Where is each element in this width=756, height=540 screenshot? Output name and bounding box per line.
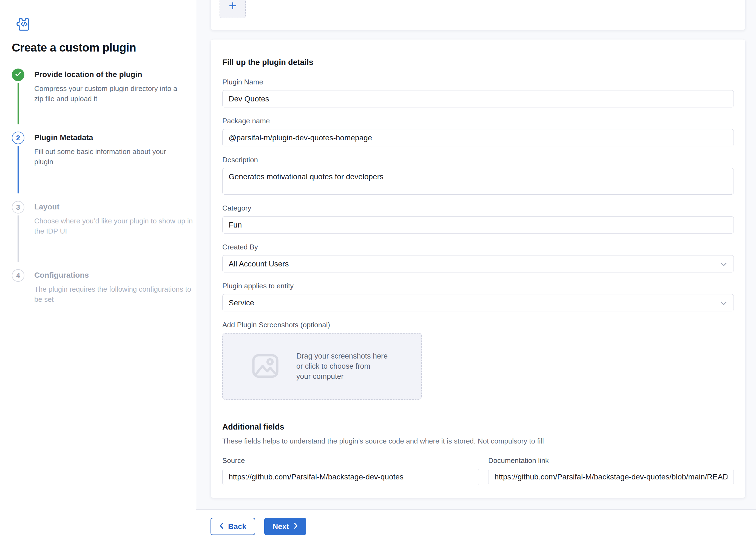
wizard-sidebar: Create a custom plugin Provide location … <box>0 0 196 540</box>
chevron-down-icon <box>720 260 727 268</box>
step-4-description: The plugin requires the following config… <box>34 284 196 305</box>
description-textarea[interactable]: Generates motivational quotes for develo… <box>222 168 734 195</box>
chevron-left-icon <box>219 522 224 531</box>
step-2-title: Plugin Metadata <box>34 133 184 142</box>
category-label: Category <box>222 204 734 212</box>
step-3-title: Layout <box>34 202 194 211</box>
step-connector <box>18 146 19 194</box>
image-placeholder-icon <box>250 351 280 382</box>
description-label: Description <box>222 156 734 164</box>
field-screenshots: Add Plugin Screenshots (optional) Drag y… <box>222 321 734 400</box>
plugin-details-card: Fill up the plugin details Plugin Name P… <box>210 39 746 498</box>
documentation-link-input[interactable] <box>488 469 734 485</box>
step-1-title: Provide location of the plugin <box>34 70 187 79</box>
next-button-label: Next <box>273 522 289 531</box>
screenshots-label: Add Plugin Screenshots (optional) <box>222 321 734 329</box>
documentation-link-label: Documentation link <box>488 457 734 465</box>
screenshots-dropzone[interactable]: Drag your screenshots here or click to c… <box>222 333 422 400</box>
field-description: Description Generates motivational quote… <box>222 156 734 195</box>
applies-to-value: Service <box>229 299 254 307</box>
created-by-select[interactable]: All Account Users <box>222 255 734 272</box>
back-button[interactable]: Back <box>210 518 255 535</box>
applies-to-select[interactable]: Service <box>222 294 734 311</box>
plus-icon <box>228 1 237 11</box>
step-3-number: 3 <box>16 203 20 211</box>
form-heading: Fill up the plugin details <box>222 58 734 67</box>
step-2-indicator[interactable]: 2 <box>12 132 24 144</box>
wizard-footer: Back Next <box>196 509 756 540</box>
chevron-down-icon <box>720 299 727 307</box>
step-1-description: Compress your custom plugin directory in… <box>34 83 187 104</box>
section-divider <box>222 410 734 410</box>
created-by-value: All Account Users <box>229 260 289 268</box>
applies-to-label: Plugin applies to entity <box>222 282 734 290</box>
add-screenshot-tile[interactable] <box>219 0 246 18</box>
additional-fields-heading: Additional fields <box>222 422 734 432</box>
field-created-by: Created By All Account Users <box>222 243 734 272</box>
step-4[interactable]: Configurations The plugin requires the f… <box>34 271 196 305</box>
additional-fields-row: Source Documentation link <box>222 457 734 485</box>
upload-card <box>210 0 746 30</box>
main-content: Fill up the plugin details Plugin Name P… <box>196 0 756 509</box>
step-3-description: Choose where you’d like your plugin to s… <box>34 216 194 236</box>
step-4-title: Configurations <box>34 271 196 280</box>
step-connector <box>18 215 19 262</box>
additional-fields-helper: These fields helps to understand the plu… <box>222 437 734 446</box>
package-name-label: Package name <box>222 117 734 125</box>
created-by-label: Created By <box>222 243 734 251</box>
step-1-indicator[interactable] <box>12 68 24 81</box>
field-applies-to: Plugin applies to entity Service <box>222 282 734 311</box>
plugin-name-label: Plugin Name <box>222 78 734 86</box>
chevron-right-icon <box>294 522 298 531</box>
field-package-name: Package name <box>222 117 734 146</box>
page-title: Create a custom plugin <box>12 41 136 54</box>
step-3-indicator[interactable]: 3 <box>12 201 24 213</box>
field-category: Category <box>222 204 734 233</box>
package-name-input[interactable] <box>222 129 734 146</box>
step-2-number: 2 <box>16 134 20 142</box>
field-plugin-name: Plugin Name <box>222 78 734 107</box>
step-connector <box>18 83 19 124</box>
plugin-name-input[interactable] <box>222 90 734 107</box>
next-button[interactable]: Next <box>264 518 306 535</box>
step-4-indicator[interactable]: 4 <box>12 269 24 282</box>
source-input[interactable] <box>222 469 479 485</box>
step-2-description: Fill out some basic information about yo… <box>34 147 184 167</box>
field-source: Source <box>222 457 479 485</box>
field-documentation-link: Documentation link <box>488 457 734 485</box>
back-button-label: Back <box>228 522 246 531</box>
step-4-number: 4 <box>16 271 20 280</box>
category-input[interactable] <box>222 216 734 233</box>
step-1[interactable]: Provide location of the plugin Compress … <box>34 70 187 104</box>
source-label: Source <box>222 457 479 465</box>
check-icon <box>15 70 22 79</box>
dropzone-text: Drag your screenshots here or click to c… <box>296 351 388 382</box>
custom-plugin-icon <box>16 16 31 33</box>
step-3[interactable]: Layout Choose where you’d like your plug… <box>34 202 194 236</box>
step-2[interactable]: Plugin Metadata Fill out some basic info… <box>34 133 184 167</box>
